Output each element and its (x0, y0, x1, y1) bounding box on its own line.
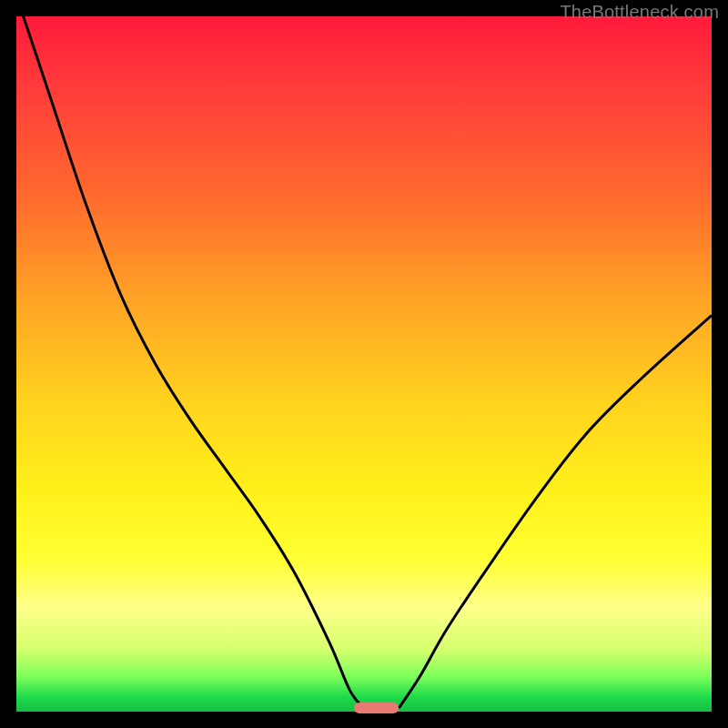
watermark-text: TheBottleneck.com (560, 2, 719, 23)
right-curve (399, 316, 712, 709)
left-curve (16, 16, 364, 708)
chart-plot-area (16, 16, 712, 712)
curve-svg (16, 16, 712, 712)
valley-marker (354, 703, 399, 713)
